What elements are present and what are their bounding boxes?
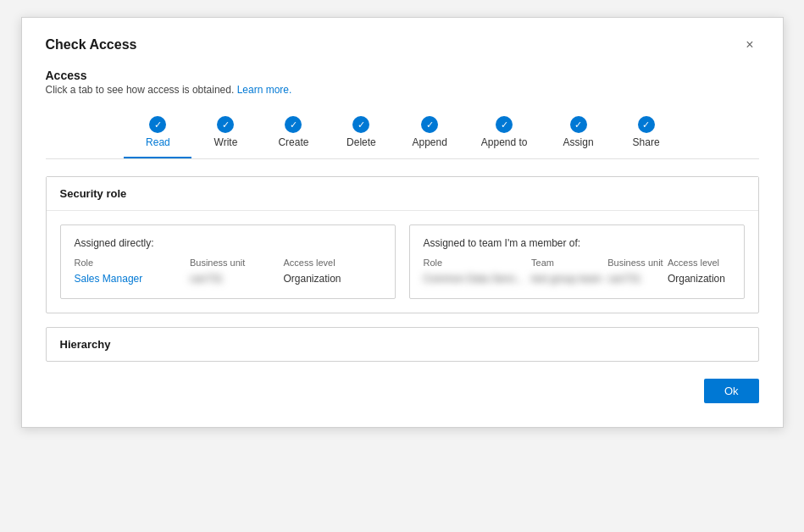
assigned-directly-table: Role Business unit Access level Sales Ma… (75, 258, 381, 286)
append-check-icon: ✓ (421, 116, 438, 133)
team-bu-cell: can731 (607, 271, 668, 286)
team-name-value: test group team (531, 273, 602, 285)
check-access-dialog: Check Access × Access Click a tab to see… (21, 17, 784, 428)
role-cell: Sales Manager (75, 271, 190, 286)
security-role-section: Security role Assigned directly: Role Bu… (46, 176, 759, 313)
access-subtext: Click a tab to see how access is obtaine… (46, 84, 759, 96)
tab-append-to-label: Append to (481, 136, 528, 148)
create-check-icon: ✓ (285, 116, 302, 133)
col-bu-team-header: Business unit (607, 258, 668, 271)
team-al-cell: Organization (668, 271, 730, 286)
table-row: Common Data Servi... test group team can… (424, 271, 730, 286)
access-subtext-text: Click a tab to see how access is obtaine… (46, 84, 235, 96)
assigned-team-table: Role Team Business unit Access level Com… (424, 258, 730, 286)
tab-append[interactable]: ✓ Append (395, 109, 463, 158)
tab-assign-label: Assign (563, 136, 594, 148)
tab-read-label: Read (146, 136, 170, 148)
tab-write[interactable]: ✓ Write (191, 109, 259, 158)
read-check-icon: ✓ (149, 116, 166, 133)
role-sales-link[interactable]: Sales (75, 273, 100, 285)
tab-delete[interactable]: ✓ Delete (327, 109, 395, 158)
access-heading: Access (46, 69, 759, 82)
team-name-cell: test group team (531, 271, 607, 286)
tab-read[interactable]: ✓ Read (124, 109, 191, 158)
col-team-header: Team (531, 258, 607, 271)
assigned-team-title: Assigned to team I'm a member of: (424, 237, 730, 249)
col-business-unit-header: Business unit (190, 258, 284, 271)
hierarchy-section: Hierarchy (46, 327, 759, 362)
tab-share[interactable]: ✓ Share (613, 109, 680, 158)
access-section: Access Click a tab to see how access is … (46, 69, 759, 96)
business-unit-cell: can731 (190, 271, 284, 286)
ok-button[interactable]: Ok (704, 379, 759, 403)
tabs-container: ✓ Read ✓ Write ✓ Create ✓ Delete ✓ Appen… (46, 109, 759, 159)
security-role-content: Assigned directly: Role Business unit Ac… (47, 211, 758, 313)
team-role-value: Common Data Servi... (424, 273, 524, 285)
assigned-team-header-row: Role Team Business unit Access level (424, 258, 730, 271)
dialog-title: Check Access (46, 37, 137, 53)
assigned-team-box: Assigned to team I'm a member of: Role T… (409, 224, 745, 299)
tab-create[interactable]: ✓ Create (259, 109, 327, 158)
role-manager-link[interactable]: Manager (100, 273, 143, 285)
hierarchy-heading: Hierarchy (47, 328, 758, 361)
col-al-team-header: Access level (668, 258, 730, 271)
tab-append-to[interactable]: ✓ Append to (464, 109, 545, 158)
col-role-team-header: Role (424, 258, 532, 271)
team-role-cell: Common Data Servi... (424, 271, 532, 286)
table-row: Sales Manager can731 Organization (75, 271, 381, 286)
delete-check-icon: ✓ (352, 116, 369, 133)
business-unit-value: can731 (190, 273, 223, 285)
tab-delete-label: Delete (347, 136, 376, 148)
assigned-directly-header-row: Role Business unit Access level (75, 258, 381, 271)
learn-more-link[interactable]: Learn more. (237, 84, 292, 96)
team-bu-value: can731 (607, 273, 640, 285)
dialog-footer: Ok (46, 379, 759, 403)
dialog-header: Check Access × (46, 35, 759, 55)
access-level-cell: Organization (284, 271, 381, 286)
tab-append-label: Append (412, 136, 446, 148)
assign-check-icon: ✓ (570, 116, 587, 133)
assigned-directly-title: Assigned directly: (75, 237, 381, 249)
assigned-directly-box: Assigned directly: Role Business unit Ac… (60, 224, 396, 299)
col-access-level-header: Access level (284, 258, 381, 271)
tab-assign[interactable]: ✓ Assign (545, 109, 613, 158)
tab-write-label: Write (214, 136, 238, 148)
tab-share-label: Share (633, 136, 660, 148)
tab-create-label: Create (278, 136, 308, 148)
append-to-check-icon: ✓ (496, 116, 513, 133)
write-check-icon: ✓ (217, 116, 234, 133)
share-check-icon: ✓ (638, 116, 655, 133)
close-button[interactable]: × (740, 35, 758, 55)
security-role-heading: Security role (47, 177, 758, 211)
col-role-header: Role (75, 258, 190, 271)
